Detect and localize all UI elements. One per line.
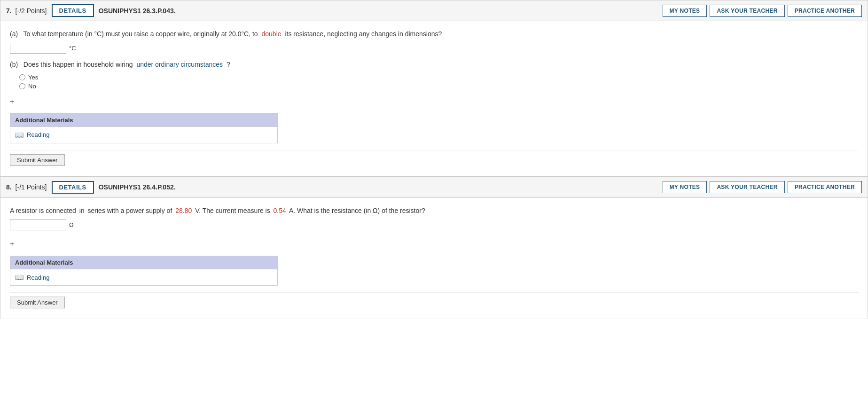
question-8-code: OSUNIPHYS1 26.4.P.052. bbox=[99, 183, 658, 191]
question-8-practice-another-button[interactable]: PRACTICE ANOTHER bbox=[788, 181, 862, 193]
question-7-body: (a) To what temperature (in °C) must you… bbox=[0, 21, 868, 176]
question-8-main-text: A resistor is connected in series with a… bbox=[10, 205, 858, 216]
question-7-part-b: (b) Does this happen in household wiring… bbox=[10, 59, 858, 89]
question-7-part-a-input-row: °C bbox=[10, 43, 858, 54]
question-7-my-notes-button[interactable]: MY NOTES bbox=[663, 5, 707, 17]
question-7-plus-link[interactable]: + bbox=[10, 97, 14, 106]
question-8-unit: Ω bbox=[69, 221, 74, 228]
question-7-radio-yes[interactable]: Yes bbox=[19, 74, 858, 81]
question-7-reading-link[interactable]: 📖 Reading bbox=[15, 131, 273, 139]
question-7-temp-unit: °C bbox=[69, 45, 76, 52]
question-8-my-notes-button[interactable]: MY NOTES bbox=[663, 181, 707, 193]
question-8-resistance-input[interactable] bbox=[10, 220, 66, 230]
question-7-part-b-text: (b) Does this happen in household wiring… bbox=[10, 59, 858, 70]
question-7-ask-teacher-button[interactable]: ASK YOUR TEACHER bbox=[710, 5, 784, 17]
question-8-plus-link[interactable]: + bbox=[10, 240, 14, 248]
question-7-submit-button[interactable]: Submit Answer bbox=[10, 154, 65, 166]
question-7-details-button[interactable]: DETAILS bbox=[52, 4, 94, 17]
question-8-additional-materials-header: Additional Materials bbox=[10, 256, 277, 269]
question-7-header: 7. [-/2 Points] DETAILS OSUNIPHYS1 26.3.… bbox=[0, 0, 868, 21]
question-7-header-buttons: MY NOTES ASK YOUR TEACHER PRACTICE ANOTH… bbox=[663, 5, 862, 17]
question-7-book-icon: 📖 bbox=[15, 131, 24, 139]
question-8-header-buttons: MY NOTES ASK YOUR TEACHER PRACTICE ANOTH… bbox=[663, 181, 862, 193]
question-7: 7. [-/2 Points] DETAILS OSUNIPHYS1 26.3.… bbox=[0, 0, 868, 177]
question-8-details-button[interactable]: DETAILS bbox=[52, 181, 94, 194]
question-8-submit-button[interactable]: Submit Answer bbox=[10, 297, 65, 308]
question-7-number: 7. [-/2 Points] bbox=[6, 7, 47, 15]
question-7-additional-materials: Additional Materials 📖 Reading bbox=[10, 113, 278, 143]
question-7-submit-row: Submit Answer bbox=[10, 150, 858, 172]
question-7-part-a-text: (a) To what temperature (in °C) must you… bbox=[10, 29, 858, 39]
question-7-temperature-input[interactable] bbox=[10, 43, 66, 54]
question-8-header: 8. [-/1 Points] DETAILS OSUNIPHYS1 26.4.… bbox=[0, 177, 868, 198]
question-8-submit-row: Submit Answer bbox=[10, 292, 858, 314]
question-8-body: A resistor is connected in series with a… bbox=[0, 198, 868, 319]
question-8-number: 8. [-/1 Points] bbox=[6, 183, 47, 191]
question-8-book-icon: 📖 bbox=[15, 273, 24, 282]
question-8-ask-teacher-button[interactable]: ASK YOUR TEACHER bbox=[710, 181, 784, 193]
question-7-radio-yes-input[interactable] bbox=[19, 74, 25, 80]
question-7-practice-another-button[interactable]: PRACTICE ANOTHER bbox=[788, 5, 862, 17]
question-8-additional-materials-body: 📖 Reading bbox=[10, 269, 277, 285]
question-8-reading-link[interactable]: 📖 Reading bbox=[15, 273, 273, 282]
question-7-radio-no-input[interactable] bbox=[19, 83, 25, 89]
question-7-additional-materials-header: Additional Materials bbox=[10, 114, 277, 126]
question-7-additional-materials-body: 📖 Reading bbox=[10, 126, 277, 143]
question-8: 8. [-/1 Points] DETAILS OSUNIPHYS1 26.4.… bbox=[0, 177, 868, 319]
question-7-code: OSUNIPHYS1 26.3.P.043. bbox=[99, 7, 658, 15]
question-8-additional-materials: Additional Materials 📖 Reading bbox=[10, 256, 278, 286]
question-8-input-row: Ω bbox=[10, 220, 858, 230]
question-7-radio-group: Yes No bbox=[19, 74, 858, 90]
question-7-radio-no[interactable]: No bbox=[19, 83, 858, 90]
